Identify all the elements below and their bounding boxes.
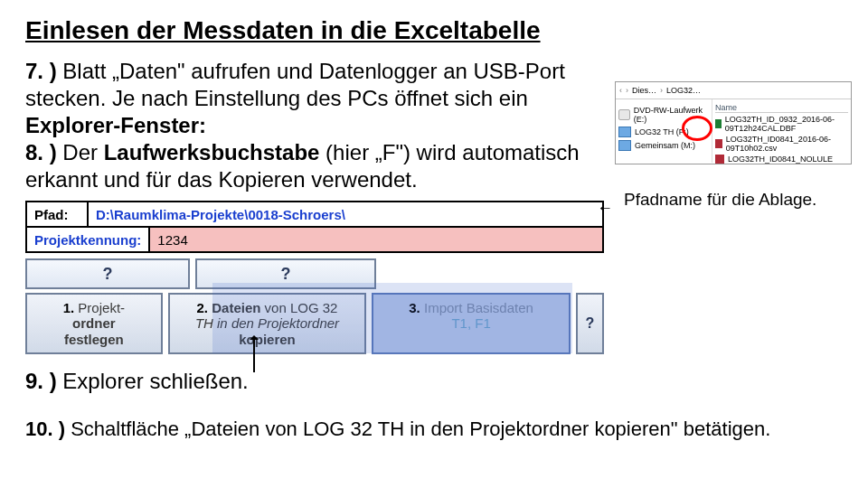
- help-button-1[interactable]: ?: [25, 258, 190, 289]
- step9-text: Explorer schließen.: [57, 369, 249, 393]
- file-row-2[interactable]: LOG32TH_ID0841_2016-06-09T10h02.csv: [715, 135, 848, 153]
- chevron-left-icon[interactable]: ‹: [619, 86, 622, 95]
- chevron-sep-icon: ›: [660, 86, 663, 95]
- help-button-2[interactable]: ?: [195, 258, 376, 289]
- btn1-b: ordner: [72, 315, 116, 331]
- arrow-up-icon: [253, 336, 255, 372]
- btn2-c: TH in den Projektordner: [195, 315, 339, 331]
- btn1-c: festlegen: [64, 332, 124, 347]
- name-header[interactable]: Name: [715, 103, 848, 113]
- step10-lead: 10. ): [25, 418, 65, 440]
- file-row-3[interactable]: LOG32TH_ID0841_NOLULE: [715, 155, 848, 164]
- btn2-d: kopieren: [239, 332, 296, 347]
- usb-drive-icon: [618, 127, 631, 137]
- btn1-num: 1.: [63, 300, 75, 315]
- xls-icon: [715, 119, 722, 128]
- step10-text-a: Schaltfläche: [65, 418, 184, 440]
- crumb-2[interactable]: LOG32…: [666, 86, 701, 95]
- help-row: ? ?: [25, 258, 604, 289]
- file1: LOG32TH_ID_0932_2016-06-09T12h24CAL.DBF: [725, 115, 848, 133]
- step9-lead: 9. ): [25, 369, 57, 393]
- btn2-b: von LOG 32: [265, 300, 338, 315]
- page-title: Einlesen der Messdaten in die Exceltabel…: [25, 16, 843, 45]
- btn1-a: Projekt-: [78, 300, 125, 315]
- step8-bold: Laufwerksbuchstabe: [104, 140, 320, 164]
- explorer-window: ‹ › Dies… › LOG32… DVD-RW-Laufwerk (E:) …: [615, 81, 852, 164]
- set-project-folder-button[interactable]: 1. Projekt- ordner festlegen: [25, 293, 163, 354]
- step7-bold: Explorer-Fenster:: [25, 113, 206, 137]
- copy-files-button[interactable]: 2. Dateien von LOG 32 TH in den Projekto…: [168, 293, 367, 354]
- btn3-num: 3.: [409, 300, 420, 315]
- step7-text-a: Blatt „Daten" aufrufen und Datenlogger a…: [25, 59, 565, 110]
- dvd-drive-icon: [618, 109, 630, 120]
- btn2-num: 2.: [197, 300, 209, 315]
- file-row-1[interactable]: LOG32TH_ID_0932_2016-06-09T12h24CAL.DBF: [715, 115, 848, 133]
- instruction-paragraph: 7. ) Blatt „Daten" aufrufen und Datenlog…: [25, 58, 604, 193]
- btn3-a: Import: [424, 300, 463, 315]
- path-value: D:\Raumklima-Projekte\0018-Schroers\: [89, 202, 353, 226]
- project-value: 1234: [150, 228, 602, 251]
- highlight-circle-icon: [682, 116, 712, 141]
- button-row: 1. Projekt- ordner festlegen 2. Dateien …: [25, 293, 604, 354]
- drive-m[interactable]: Gemeinsam (M:): [618, 140, 709, 151]
- step9: 9. ) Explorer schließen.: [25, 369, 843, 394]
- btn2-a: Dateien: [212, 300, 260, 315]
- project-label: Projektkennung:: [27, 228, 150, 251]
- csv-icon: [715, 155, 724, 164]
- import-basedata-button[interactable]: 3. Import Basisdaten T1, F1: [372, 293, 571, 354]
- arrow-left-icon: ←: [597, 199, 613, 218]
- step10: 10. ) Schaltfläche „Dateien von LOG 32 T…: [25, 418, 843, 441]
- step8-text-a: Der: [57, 140, 104, 164]
- step8-lead: 8. ): [25, 140, 57, 164]
- row-path: Pfad: D:\Raumklima-Projekte\0018-Schroer…: [25, 201, 604, 226]
- step10-quote: „Dateien von LOG 32 TH in den Projektord…: [184, 418, 770, 440]
- btn3-b: Basisdaten: [467, 300, 533, 315]
- net-drive-icon: [618, 140, 631, 151]
- drive-m-label: Gemeinsam (M:): [635, 141, 695, 150]
- crumb-1[interactable]: Dies…: [632, 86, 656, 95]
- path-label: Pfad:: [27, 202, 89, 226]
- row-project: Projektkennung: 1234: [25, 226, 604, 253]
- file2: LOG32TH_ID0841_2016-06-09T10h02.csv: [726, 135, 848, 153]
- file3: LOG32TH_ID0841_NOLULE: [728, 155, 833, 164]
- step7-lead: 7. ): [25, 59, 57, 83]
- btn3-c: T1, F1: [451, 315, 490, 331]
- explorer-breadcrumb[interactable]: ‹ › Dies… › LOG32…: [616, 82, 851, 99]
- help-button-3[interactable]: ?: [576, 293, 604, 354]
- chevron-right-icon[interactable]: ›: [626, 86, 628, 95]
- explorer-filelist[interactable]: Name LOG32TH_ID_0932_2016-06-09T12h24CAL…: [712, 99, 851, 163]
- excel-snippet: Pfad: D:\Raumklima-Projekte\0018-Schroer…: [25, 201, 604, 354]
- path-annotation: Pfadname für die Ablage.: [624, 190, 816, 210]
- csv-icon: [715, 139, 722, 148]
- drive-f-label: LOG32 TH (F:): [635, 127, 689, 136]
